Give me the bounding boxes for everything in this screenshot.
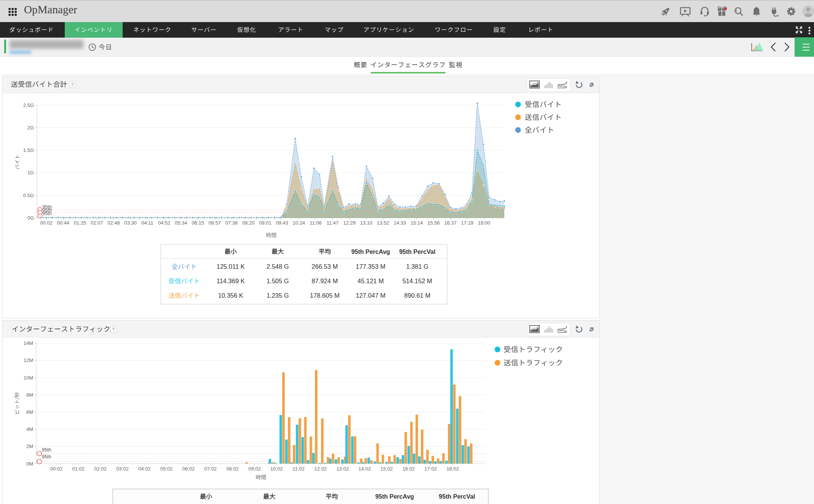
svg-text:05:02: 05:02 [160,466,173,472]
svg-text:02:48: 02:48 [107,220,120,226]
svg-text:06:02: 06:02 [182,466,195,472]
svg-text:03:30: 03:30 [124,220,137,226]
svg-text:177.353 M: 177.353 M [356,263,385,270]
svg-text:2.548 G: 2.548 G [267,263,289,270]
svg-text:00:02: 00:02 [40,220,53,226]
svg-text:15:56: 15:56 [427,220,440,226]
svg-text:1G: 1G [27,170,34,175]
svg-text:12:29: 12:29 [343,220,356,226]
svg-text:09:01: 09:01 [259,220,272,226]
svg-text:6M: 6M [26,409,33,415]
svg-text:16:02: 16:02 [403,466,415,472]
svg-text:95th: 95th [42,454,51,459]
svg-text:95th: 95th [42,447,51,453]
svg-text:02:07: 02:07 [91,220,103,226]
svg-text:127.047 M: 127.047 M [356,292,385,299]
svg-text:95th PercAvg: 95th PercAvg [351,249,390,255]
svg-text:18:00: 18:00 [478,220,491,226]
svg-text:266.53 M: 266.53 M [312,263,338,270]
svg-text:00:44: 00:44 [57,220,70,226]
svg-text:514.152 M: 514.152 M [403,278,432,284]
svg-text:0M: 0M [26,461,33,467]
svg-text:13:10: 13:10 [360,220,373,226]
svg-text:08:20: 08:20 [242,220,255,226]
svg-text:125.011 K: 125.011 K [216,263,245,270]
svg-text:08:02: 08:02 [226,466,239,472]
svg-text:95th PercVal: 95th PercVal [439,493,475,500]
svg-text:1.5G: 1.5G [23,147,34,153]
svg-text:16:37: 16:37 [444,220,457,226]
svg-text:10.356 K: 10.356 K [218,292,243,299]
svg-text:09:43: 09:43 [276,220,288,226]
svg-text:890.61 M: 890.61 M [404,292,430,299]
svg-text:1.505 G: 1.505 G [267,278,289,284]
svg-text:45.121 M: 45.121 M [358,278,384,284]
svg-text:11:06: 11:06 [310,220,322,226]
svg-text:10:02: 10:02 [270,466,283,472]
svg-text:14:33: 14:33 [394,220,406,226]
svg-text:00:02: 00:02 [50,466,63,472]
svg-text:178.605 M: 178.605 M [310,292,340,299]
svg-text:15:14: 15:14 [411,220,423,226]
svg-text:13:02: 13:02 [336,466,349,472]
svg-text:114.369 K: 114.369 K [216,278,245,284]
svg-text:14:02: 14:02 [358,466,371,472]
svg-text:2G: 2G [27,125,34,131]
svg-text:4M: 4M [26,426,33,432]
svg-text:01:25: 01:25 [74,220,86,226]
svg-text:12M: 12M [24,357,33,363]
svg-text:07:38: 07:38 [225,220,238,226]
svg-text:03:02: 03:02 [116,466,129,472]
svg-text:13:52: 13:52 [377,220,389,226]
svg-text:1.235 G: 1.235 G [267,292,289,299]
svg-text:95th: 95th [43,211,52,216]
svg-text:2.5G: 2.5G [23,102,34,108]
svg-text:10:24: 10:24 [293,220,305,226]
svg-text:12:02: 12:02 [314,466,327,472]
svg-text:0G: 0G [27,215,34,221]
svg-text:02:02: 02:02 [94,466,107,472]
svg-text:17:02: 17:02 [424,466,437,472]
svg-text:2M: 2M [26,443,33,449]
svg-text:8M: 8M [26,392,33,398]
svg-text:87.924 M: 87.924 M [312,278,338,284]
svg-text:07:02: 07:02 [204,466,217,472]
svg-text:04:02: 04:02 [138,466,151,472]
svg-text:15:02: 15:02 [381,466,393,472]
svg-text:?: ? [71,82,74,88]
svg-text:04:11: 04:11 [141,220,154,226]
svg-text:14M: 14M [24,340,33,346]
svg-text:09:02: 09:02 [248,466,261,472]
svg-text:06:15: 06:15 [192,220,204,226]
svg-text:95th PercAvg: 95th PercAvg [375,493,414,500]
svg-text:11:02: 11:02 [293,466,305,472]
svg-text:01:02: 01:02 [72,466,85,472]
svg-text:17:19: 17:19 [461,220,473,226]
svg-text:95th PercVal: 95th PercVal [399,249,435,255]
svg-text:06:57: 06:57 [208,220,221,226]
svg-text:10M: 10M [24,375,33,381]
svg-text:1.381 G: 1.381 G [406,263,429,270]
svg-text:?: ? [112,327,115,332]
svg-text:18:02: 18:02 [446,466,459,472]
svg-text:04:52: 04:52 [158,220,171,226]
svg-text:0.5G: 0.5G [23,193,34,198]
svg-text:05:34: 05:34 [175,220,187,226]
svg-text:11:47: 11:47 [326,220,339,226]
